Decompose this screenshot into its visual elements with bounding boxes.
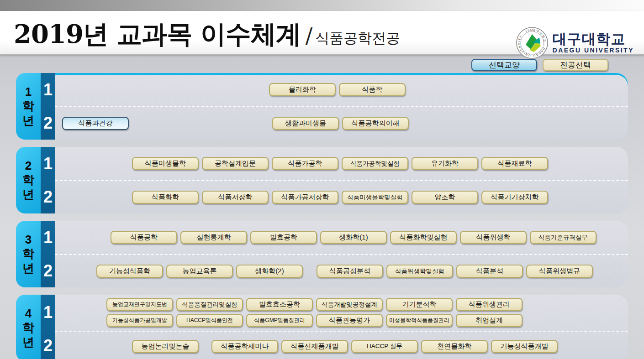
university-seal: 대구대학교 · DAEGU UNIVERSITY · 1956 · xyxy=(516,26,549,59)
semester-block: 기능성식품학농업교육론생화학(2)식품공정분석식품위생학및실험식품분석식품위생법… xyxy=(55,254,628,287)
curriculum-sections: 1학년12물리화학식품학식품과건강생활과미생물식품공학의이해2학년12식품미생물… xyxy=(16,73,628,359)
year-section: 4학년12농업교재연구및지도법식품품질관리및실험발효효소공학식품개발및공정설계기… xyxy=(16,295,628,359)
course-button[interactable]: 기기분석학 xyxy=(386,298,453,311)
top-gradient-bar xyxy=(0,0,644,11)
course-button[interactable]: 식품위생관리 xyxy=(456,298,523,311)
section-content: 물리화학식품학식품과건강생활과미생물식품공학의이해 xyxy=(55,73,628,140)
course-button[interactable]: 생활과미생물 xyxy=(272,117,339,130)
course-button[interactable]: 미생물학적식품품질관리 xyxy=(386,314,453,327)
course-button[interactable]: 식품품질관리및실험 xyxy=(176,298,243,311)
course-button[interactable]: 식품화학 xyxy=(132,191,199,204)
course-button[interactable]: 식품학 xyxy=(339,83,406,96)
course-button[interactable]: 농업교육론 xyxy=(166,265,233,278)
course-button[interactable]: 식품GMP및품질관리 xyxy=(246,314,313,327)
semester-number: 1 xyxy=(41,295,55,331)
section-content: 농업교재연구및지도법식품품질관리및실험발효효소공학식품개발및공정설계기기분석학식… xyxy=(55,295,628,359)
course-button[interactable]: 식품관능평가 xyxy=(316,314,383,327)
course-button[interactable]: 농업교재연구및지도법 xyxy=(106,298,173,311)
course-button[interactable]: HACCP및식품안전 xyxy=(176,314,243,327)
course-button[interactable]: 발효효소공학 xyxy=(246,298,313,311)
course-button[interactable]: 기능성식품학 xyxy=(96,265,163,278)
course-button[interactable]: HACCP 실무 xyxy=(351,340,418,353)
semester-strip: 12 xyxy=(41,221,55,287)
year-label: 2학년 xyxy=(16,147,41,213)
legend-button[interactable]: 선택교양 xyxy=(471,59,537,71)
page-subtitle: 식품공학전공 xyxy=(315,30,400,46)
course-button[interactable]: 식품저장학 xyxy=(202,191,269,204)
course-button[interactable]: 식품공학 xyxy=(111,231,177,244)
course-row: 식품미생물학공학설계입문식품가공학식품가공학및실험유기화학식품재료학 xyxy=(55,157,628,170)
course-button[interactable]: 실험통계학 xyxy=(180,231,247,244)
title-wrap: 2019년 교과목 이수체계/식품공학전공 xyxy=(14,17,400,52)
header: 2019년 교과목 이수체계/식품공학전공 대구대학교 · DAEGU UNIV… xyxy=(0,11,644,55)
course-button[interactable]: 식품기준규격실무 xyxy=(530,231,596,244)
legend-button[interactable]: 전공선택 xyxy=(543,59,608,71)
course-button[interactable]: 식품위생학 xyxy=(460,231,527,244)
semester-strip: 12 xyxy=(41,73,55,140)
year-section: 1학년12물리화학식품학식품과건강생활과미생물식품공학의이해 xyxy=(16,73,628,140)
course-button[interactable]: 생화학(2) xyxy=(236,265,303,278)
course-button[interactable]: 식품가공저장학 xyxy=(272,191,338,204)
course-button[interactable]: 유기화학 xyxy=(412,157,478,170)
course-button[interactable]: 생화학(1) xyxy=(320,231,387,244)
semester-block: 식품공학실험통계학발효공학생화학(1)식품화학및실험식품위생학식품기준규격실무 xyxy=(55,221,628,254)
semester-number: 2 xyxy=(41,331,55,359)
course-button[interactable]: 취업설계 xyxy=(456,314,523,327)
semester-block: 농업교재연구및지도법식품품질관리및실험발효효소공학식품개발및공정설계기기분석학식… xyxy=(55,295,628,331)
course-button[interactable]: 천연물화학 xyxy=(421,340,488,353)
logo-english-name: DAEGU UNIVERSITY xyxy=(553,47,634,54)
course-row: 식품과건강생활과미생물식품공학의이해 xyxy=(55,117,628,130)
course-button[interactable]: 농업논리및논술 xyxy=(132,340,199,353)
section-content: 식품공학실험통계학발효공학생화학(1)식품화학및실험식품위생학식품기준규격실무기… xyxy=(55,221,628,287)
course-button[interactable]: 식품분석 xyxy=(456,265,523,278)
course-button[interactable]: 물리화학 xyxy=(269,83,336,96)
course-row: 물리화학식품학 xyxy=(55,83,628,96)
semester-number: 2 xyxy=(41,106,55,140)
year-label: 4학년 xyxy=(16,295,41,359)
semester-block: 식품미생물학공학설계입문식품가공학식품가공학및실험유기화학식품재료학 xyxy=(55,147,628,180)
course-row: 농업논리및논술식품공학세미나식품신제품개발HACCP 실무천연물화학기능성식품개… xyxy=(55,340,628,353)
course-button[interactable]: 양조학 xyxy=(412,191,478,204)
course-button[interactable]: 식품과건강 xyxy=(62,117,129,130)
course-button[interactable]: 기능성식품가공및개발 xyxy=(106,314,173,327)
semester-number: 1 xyxy=(41,221,55,254)
course-button[interactable]: 식품화학및실험 xyxy=(390,231,457,244)
course-button[interactable]: 식품기기장치학 xyxy=(481,191,548,204)
legend: 선택교양전공선택 xyxy=(471,59,608,71)
logo-korean-name: 대구대학교 xyxy=(553,32,634,47)
course-row: 기능성식품가공및개발HACCP및식품안전식품GMP및품질관리식품관능평가미생물학… xyxy=(55,314,628,327)
course-button[interactable]: 식품가공학 xyxy=(272,157,338,170)
page-title: 2019년 교과목 이수체계 xyxy=(14,19,301,49)
year-section: 2학년12식품미생물학공학설계입문식품가공학식품가공학및실험유기화학식품재료학식… xyxy=(16,147,628,213)
semester-block: 식품화학식품저장학식품가공저장학식품미생물학및실험양조학식품기기장치학 xyxy=(55,180,628,213)
course-button[interactable]: 공학설계입문 xyxy=(202,157,269,170)
title-divider: / xyxy=(306,23,313,48)
course-button[interactable]: 발효공학 xyxy=(250,231,317,244)
semester-block: 식품과건강생활과미생물식품공학의이해 xyxy=(55,106,628,140)
course-button[interactable]: 식품공정분석 xyxy=(317,265,383,278)
course-button[interactable]: 식품신제품개발 xyxy=(281,340,348,353)
year-section: 3학년12식품공학실험통계학발효공학생화학(1)식품화학및실험식품위생학식품기준… xyxy=(16,221,628,287)
course-button[interactable]: 식품개발및공정설계 xyxy=(316,298,383,311)
semester-strip: 12 xyxy=(41,295,55,359)
course-button[interactable]: 기능성식품개발 xyxy=(491,340,558,353)
semester-number: 2 xyxy=(41,180,55,213)
course-button[interactable]: 식품미생물학및실험 xyxy=(342,191,408,204)
course-button[interactable]: 식품위생법규 xyxy=(526,265,593,278)
course-button[interactable]: 식품미생물학 xyxy=(132,157,199,170)
course-button[interactable]: 식품위생학및실험 xyxy=(386,265,453,278)
semester-number: 1 xyxy=(41,147,55,180)
course-button[interactable]: 식품재료학 xyxy=(481,157,548,170)
year-label: 3학년 xyxy=(16,221,41,287)
course-button[interactable]: 식품가공학및실험 xyxy=(342,157,408,170)
semester-number: 2 xyxy=(41,254,55,287)
course-row: 식품공학실험통계학발효공학생화학(1)식품화학및실험식품위생학식품기준규격실무 xyxy=(55,231,628,244)
course-row: 식품화학식품저장학식품가공저장학식품미생물학및실험양조학식품기기장치학 xyxy=(55,191,628,204)
section-content: 식품미생물학공학설계입문식품가공학식품가공학및실험유기화학식품재료학식품화학식품… xyxy=(55,147,628,213)
year-label: 1학년 xyxy=(16,73,41,140)
course-button[interactable]: 식품공학세미나 xyxy=(211,340,278,353)
university-logo: 대구대학교 · DAEGU UNIVERSITY · 1956 · 대구대학교 … xyxy=(516,26,634,59)
slide-root: 2019년 교과목 이수체계/식품공학전공 대구대학교 · DAEGU UNIV… xyxy=(0,0,644,359)
course-button[interactable]: 식품공학의이해 xyxy=(342,117,409,130)
semester-number: 1 xyxy=(41,73,55,106)
